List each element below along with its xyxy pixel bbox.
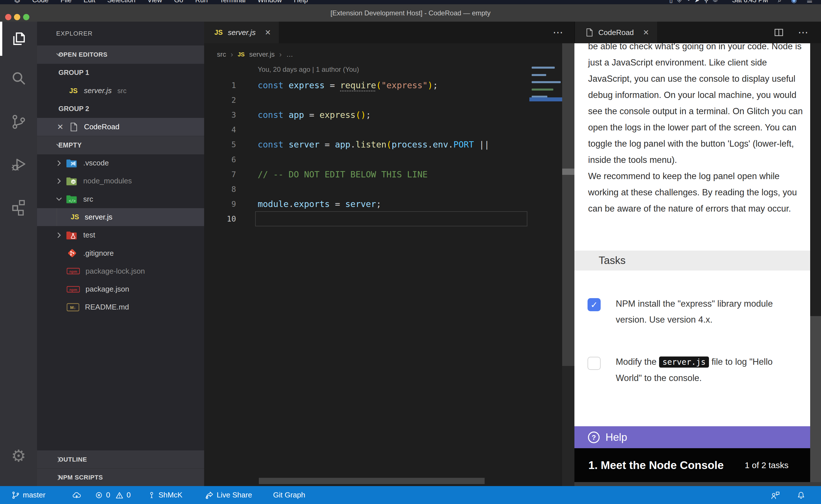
lesson-progress-bar[interactable]: 1. Meet the Node Console 1 of 2 tasks — [574, 448, 810, 482]
status-bell-button[interactable] — [797, 486, 805, 504]
horizontal-scrollbar[interactable] — [259, 478, 485, 484]
menu-go[interactable]: Go — [174, 0, 183, 4]
npm-icon: npm — [67, 285, 80, 293]
code-line-8[interactable]: 8 — [204, 182, 574, 196]
tree-item-package-json[interactable]: npmpackage.json — [37, 280, 204, 298]
code-line-4[interactable]: 4 — [204, 122, 574, 137]
folder-section-header[interactable]: EMPTY — [37, 136, 204, 154]
control-center-icon[interactable]: ☰ — [806, 0, 812, 4]
tree-item-test[interactable]: test — [37, 226, 204, 244]
code-editor[interactable]: 1const express = require("express");23co… — [204, 78, 574, 478]
code-line-10[interactable]: 10 — [204, 212, 574, 226]
spotlight-icon[interactable]: ⌕ — [778, 0, 781, 4]
menu-selection[interactable]: Selection — [107, 0, 135, 4]
minimap[interactable] — [529, 65, 562, 478]
feedback-icon — [770, 491, 780, 500]
close-tab-icon[interactable]: ✕ — [265, 28, 271, 37]
status-bar: master00ShMcKLive ShareGit Graph — [0, 486, 821, 504]
siri-icon[interactable]: ◉ — [791, 0, 797, 4]
line-number: 1 — [204, 81, 236, 90]
scrollbar-handle[interactable] — [562, 169, 574, 175]
menu-code[interactable]: Code — [32, 0, 48, 4]
sidebar-item-source-control[interactable] — [0, 105, 37, 139]
tree-item-package-lock-json[interactable]: npmpackage-lock.json — [37, 262, 204, 280]
code-line-1[interactable]: 1const express = require("express"); — [204, 78, 574, 93]
codelens-authors[interactable]: You, 20 days ago | 1 author (You) — [258, 65, 359, 73]
tree-item-node-modules[interactable]: JSnode_modules — [37, 172, 204, 190]
minimap-line — [532, 74, 546, 76]
tab-coderoad[interactable]: CodeRoad ✕ — [575, 22, 657, 43]
close-icon[interactable]: ✕ — [57, 122, 64, 132]
open-editor-server-js[interactable]: JS server.js src — [37, 82, 204, 100]
settings-gear-button[interactable]: ⚙ — [0, 439, 37, 473]
open-editor-coderoad[interactable]: ✕ CodeRoad — [37, 118, 204, 136]
help-bar[interactable]: ? Help — [574, 426, 810, 448]
editor-more-actions-button[interactable]: ⋯ — [553, 22, 563, 43]
source-control-icon — [10, 114, 27, 130]
tree-item-src[interactable]: </>src — [37, 190, 204, 208]
status-feedback-button[interactable] — [770, 486, 780, 504]
open-editors-header[interactable]: OPEN EDITORS — [37, 45, 204, 64]
current-line-highlight — [255, 211, 527, 226]
menu-help[interactable]: Help — [294, 0, 308, 4]
menu-window[interactable]: Window — [258, 0, 282, 4]
js-icon: JS — [238, 51, 245, 58]
person-icon — [148, 491, 156, 499]
menu-file[interactable]: File — [60, 0, 71, 4]
status-0[interactable]: 0 — [115, 486, 130, 504]
error-icon — [95, 491, 103, 499]
code-line-2[interactable]: 2 — [204, 93, 574, 107]
vertical-scrollbar[interactable] — [562, 43, 574, 366]
tree-item-server-js[interactable]: JSserver.js — [37, 208, 204, 226]
status-shmck[interactable]: ShMcK — [148, 486, 182, 504]
sidebar-item-extensions[interactable] — [0, 190, 37, 224]
outline-header[interactable]: OUTLINE — [37, 450, 204, 469]
breadcrumb-server-js[interactable]: server.js — [249, 50, 275, 58]
breadcrumb-more[interactable]: … — [286, 50, 293, 58]
extensions-icon — [10, 199, 27, 216]
tree-item-readme-md[interactable]: M↓README.md — [37, 298, 204, 316]
breadcrumb[interactable]: src › JS server.js › … — [204, 43, 574, 65]
line-number: 9 — [204, 200, 236, 208]
file-icon — [69, 122, 78, 132]
code-line-3[interactable]: 3const app = express(); — [204, 107, 574, 122]
sidebar-item-run-debug[interactable] — [0, 147, 37, 181]
warning-icon — [115, 491, 124, 499]
tree-item--gitignore[interactable]: .gitignore — [37, 244, 204, 262]
code-line-9[interactable]: 9module.exports = server; — [204, 197, 574, 212]
apple-menu-icon[interactable]: ⏣ — [14, 0, 20, 4]
status-0[interactable]: 0 — [95, 486, 110, 504]
breadcrumb-src[interactable]: src — [217, 50, 226, 58]
menu-run[interactable]: Run — [195, 0, 208, 4]
status-master[interactable]: master — [11, 486, 45, 504]
status-live-share[interactable]: Live Share — [205, 486, 252, 504]
menu-terminal[interactable]: Terminal — [220, 0, 246, 4]
panel-more-actions-button[interactable]: ⋯ — [798, 22, 808, 43]
file-icon — [585, 28, 593, 37]
task-checkbox-unchecked[interactable] — [587, 357, 600, 370]
code-line-6[interactable]: 6 — [204, 152, 574, 167]
menubar-status-icons[interactable]: ▯⛨◔➤⚲⌯ — [669, 0, 722, 4]
menubar-clock[interactable]: Sat 6:43 PM — [732, 0, 768, 4]
sidebar-item-search[interactable] — [0, 62, 37, 96]
line-number: 10 — [204, 214, 236, 223]
webview-scrollbar-thumb[interactable] — [810, 316, 821, 482]
code-line-7[interactable]: 7// -- DO NOT EDIT BELOW THIS LINE — [204, 167, 574, 182]
webview-scrollbar-track[interactable] — [810, 43, 821, 316]
code-line-5[interactable]: 5const server = app.listen(process.env.P… — [204, 137, 574, 152]
js-icon: JS — [69, 87, 77, 95]
task-checkbox-checked[interactable]: ✓ — [587, 298, 600, 311]
npm-scripts-header[interactable]: NPM SCRIPTS — [37, 468, 204, 486]
tab-server-js[interactable]: JS server.js ✕ — [204, 22, 279, 43]
close-tab-icon[interactable]: ✕ — [643, 28, 649, 37]
sidebar-item-explorer[interactable] — [0, 22, 37, 56]
split-editor-button[interactable] — [774, 22, 784, 43]
tree-item--vscode[interactable]: .vscode — [37, 154, 204, 172]
vertical-scrollbar-track[interactable] — [562, 366, 574, 486]
menu-view[interactable]: View — [147, 0, 162, 4]
status-git-graph[interactable]: Git Graph — [273, 486, 305, 504]
status-cloud-upload[interactable] — [72, 486, 81, 504]
menu-edit[interactable]: Edit — [83, 0, 95, 4]
code-chip: server.js — [659, 357, 709, 368]
bell-icon — [797, 491, 805, 500]
